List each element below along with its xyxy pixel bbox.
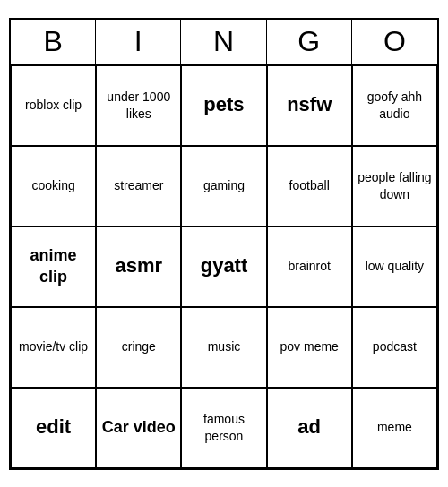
header-b: B — [11, 20, 96, 64]
bingo-cell-1[interactable]: under 1000 likes — [96, 65, 181, 146]
bingo-cell-13[interactable]: brainrot — [267, 226, 352, 307]
bingo-cell-7[interactable]: gaming — [181, 146, 266, 226]
bingo-cell-11[interactable]: asmr — [96, 226, 181, 307]
bingo-cell-5[interactable]: cooking — [11, 146, 96, 226]
bingo-cell-17[interactable]: music — [181, 307, 266, 388]
header-g: G — [267, 20, 352, 64]
bingo-cell-0[interactable]: roblox clip — [11, 65, 96, 146]
bingo-cell-4[interactable]: goofy ahh audio — [352, 65, 437, 146]
bingo-cell-6[interactable]: streamer — [96, 146, 181, 226]
header-n: N — [181, 20, 266, 64]
bingo-grid: roblox clipunder 1000 likespetsnsfwgoofy… — [11, 65, 437, 468]
bingo-cell-23[interactable]: ad — [267, 388, 352, 468]
bingo-cell-10[interactable]: anime clip — [11, 226, 96, 307]
bingo-cell-24[interactable]: meme — [352, 388, 437, 468]
bingo-cell-20[interactable]: edit — [11, 388, 96, 468]
bingo-cell-9[interactable]: people falling down — [352, 146, 437, 226]
bingo-card: B I N G O roblox clipunder 1000 likespet… — [9, 18, 439, 470]
bingo-cell-12[interactable]: gyatt — [181, 226, 266, 307]
bingo-cell-3[interactable]: nsfw — [267, 65, 352, 146]
bingo-cell-18[interactable]: pov meme — [267, 307, 352, 388]
bingo-cell-16[interactable]: cringe — [96, 307, 181, 388]
bingo-cell-21[interactable]: Car video — [96, 388, 181, 468]
header-i: I — [96, 20, 181, 64]
bingo-cell-2[interactable]: pets — [181, 65, 266, 146]
bingo-cell-22[interactable]: famous person — [181, 388, 266, 468]
header-o: O — [352, 20, 437, 64]
bingo-cell-14[interactable]: low quality — [352, 226, 437, 307]
bingo-cell-19[interactable]: podcast — [352, 307, 437, 388]
bingo-header: B I N G O — [11, 20, 437, 65]
bingo-cell-8[interactable]: football — [267, 146, 352, 226]
bingo-cell-15[interactable]: movie/tv clip — [11, 307, 96, 388]
